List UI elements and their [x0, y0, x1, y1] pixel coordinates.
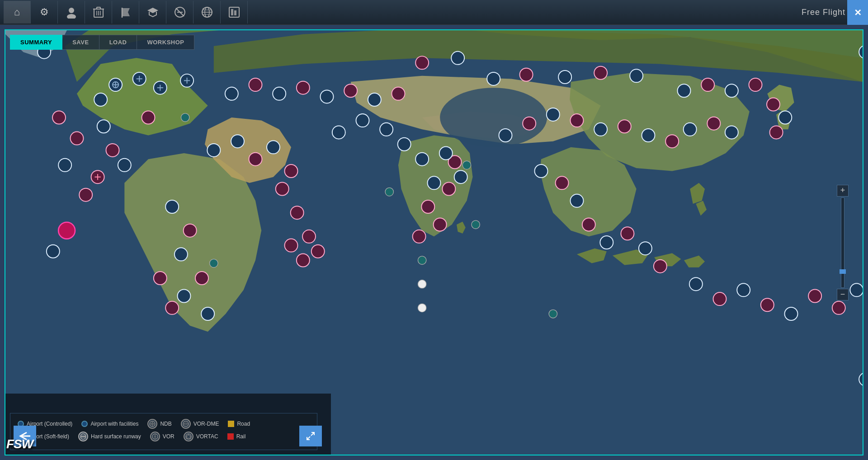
tab-load[interactable]: LOAD: [99, 35, 137, 50]
legend-vor-label: VOR: [163, 433, 175, 440]
profile-button[interactable]: [58, 1, 85, 23]
zoom-in-button[interactable]: +: [837, 185, 849, 197]
legend-row-2: Airport (Soft-field) Hard surface runway: [18, 432, 310, 441]
nofly-button[interactable]: [166, 1, 193, 23]
svg-point-99: [713, 292, 726, 305]
svg-point-75: [439, 147, 453, 160]
svg-point-71: [413, 230, 426, 243]
svg-point-57: [175, 248, 188, 261]
svg-point-1: [67, 14, 76, 19]
profile-icon: [65, 6, 78, 19]
svg-point-129: [58, 222, 75, 239]
close-button[interactable]: ✕: [847, 0, 868, 25]
svg-point-92: [571, 194, 584, 207]
svg-point-133: [462, 161, 471, 169]
svg-point-110: [487, 72, 500, 85]
svg-point-137: [418, 280, 426, 288]
zoom-thumb[interactable]: [840, 269, 846, 274]
svg-point-46: [249, 153, 262, 166]
svg-line-148: [311, 432, 314, 436]
academy-icon: [146, 6, 159, 19]
legend-airport-facilities: Airport with facilities: [81, 421, 138, 427]
svg-point-124: [297, 81, 310, 94]
legend-rail-label: Rail: [236, 433, 246, 440]
zoom-control: + −: [836, 185, 849, 300]
svg-point-55: [165, 200, 179, 213]
globe-button[interactable]: [193, 1, 221, 23]
flag-button[interactable]: [112, 1, 139, 23]
svg-point-58: [154, 272, 167, 285]
legend-vortac-label: VORTAC: [196, 433, 218, 440]
score-button[interactable]: [221, 1, 248, 23]
svg-point-72: [442, 183, 455, 196]
zoom-out-button[interactable]: −: [837, 289, 849, 300]
svg-point-112: [558, 70, 571, 84]
svg-point-141: [94, 93, 107, 106]
nofly-icon: [174, 6, 186, 19]
svg-point-123: [273, 87, 286, 100]
tab-summary[interactable]: SUMMARY: [10, 35, 62, 50]
svg-point-105: [850, 283, 863, 296]
legend-ndb: NDB: [147, 419, 171, 429]
legend-road: Road: [228, 421, 250, 427]
svg-point-77: [523, 117, 536, 130]
svg-point-122: [249, 78, 262, 91]
legend-vor-dme: VOR-DME: [181, 419, 219, 429]
legend-vortac: VORTAC: [184, 432, 218, 441]
svg-point-63: [332, 126, 345, 139]
svg-point-65: [380, 123, 393, 136]
legend-vor: VOR: [150, 432, 175, 441]
svg-point-139: [97, 120, 110, 133]
legend-hard-label: Hard surface runway: [91, 433, 141, 440]
world-map-svg: [5, 30, 863, 455]
legend-rail: Rail: [227, 433, 246, 440]
svg-point-49: [276, 183, 289, 196]
legend-facilities-label: Airport with facilities: [90, 421, 138, 427]
svg-point-101: [761, 298, 774, 311]
legend-vor-icon: [150, 432, 160, 441]
svg-point-108: [725, 84, 738, 97]
svg-point-53: [297, 254, 310, 267]
svg-point-109: [749, 78, 762, 91]
zoom-track[interactable]: [841, 197, 844, 288]
legend-ndb-label: NDB: [160, 421, 171, 427]
svg-rect-22: [237, 9, 239, 15]
tab-workshop[interactable]: WORKSHOP: [137, 35, 194, 50]
svg-point-50: [291, 206, 304, 219]
svg-point-86: [725, 126, 738, 139]
svg-point-42: [106, 144, 119, 157]
legend-road-square: [228, 421, 234, 427]
svg-point-125: [321, 90, 334, 103]
score-icon: [228, 6, 241, 19]
home-button[interactable]: ⌂: [4, 1, 31, 23]
expand-button[interactable]: [299, 426, 322, 446]
svg-point-117: [47, 245, 60, 258]
tab-save[interactable]: SAVE: [62, 35, 99, 50]
svg-point-140: [142, 111, 155, 124]
svg-point-106: [678, 84, 691, 97]
svg-point-113: [594, 66, 607, 80]
trash-button[interactable]: [85, 1, 112, 23]
svg-point-98: [689, 277, 703, 291]
svg-rect-21: [234, 10, 236, 15]
svg-point-144: [52, 111, 66, 124]
svg-point-127: [368, 93, 381, 106]
svg-point-95: [621, 227, 634, 240]
svg-point-87: [767, 98, 780, 111]
svg-point-103: [808, 290, 821, 303]
legend-row-1: Airport (Controlled) Airport with facili…: [18, 419, 310, 429]
svg-point-114: [630, 69, 643, 82]
map-container[interactable]: SUMMARY SAVE LOAD WORKSHOP + −: [0, 25, 868, 460]
academy-button[interactable]: [139, 1, 166, 23]
trash-icon: [93, 6, 104, 19]
legend-rail-square: [227, 433, 234, 440]
svg-point-96: [639, 242, 652, 255]
svg-point-82: [642, 129, 655, 142]
svg-point-78: [547, 108, 560, 121]
map-viewport[interactable]: SUMMARY SAVE LOAD WORKSHOP + −: [5, 29, 863, 455]
svg-point-89: [770, 126, 783, 139]
settings-button[interactable]: ⚙: [31, 1, 58, 23]
svg-point-90: [535, 164, 548, 178]
svg-point-161: [154, 436, 156, 438]
svg-point-61: [165, 301, 179, 314]
